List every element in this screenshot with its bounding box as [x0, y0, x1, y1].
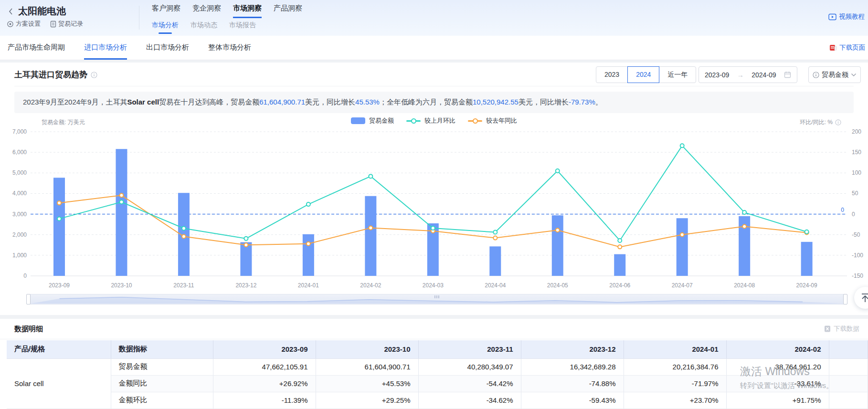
- point-较上月环比-2024-03[interactable]: [431, 226, 435, 230]
- datazoom-left-handle[interactable]: [26, 294, 31, 304]
- value-cell: 16,342,689.28: [521, 358, 624, 375]
- tab-competitor-insight[interactable]: 竞企洞察: [192, 4, 221, 18]
- left-axis-tick: 0: [23, 273, 27, 279]
- point-较去年同比-2023-09[interactable]: [57, 201, 61, 205]
- datazoom-grip[interactable]: [434, 295, 439, 298]
- nav-overall-analysis[interactable]: 整体市场分析: [208, 36, 251, 60]
- value-cell: +29.25%: [316, 392, 418, 409]
- tab-product-insight[interactable]: 产品洞察: [274, 4, 302, 18]
- point-较上月环比-2024-08[interactable]: [742, 210, 746, 214]
- year-2024-button[interactable]: 2024: [627, 66, 659, 83]
- point-较上月环比-2024-09[interactable]: [805, 230, 809, 234]
- left-axis-tick: 1,000: [12, 252, 27, 259]
- empty-cell: [829, 392, 868, 409]
- empty-cell: [829, 375, 868, 392]
- point-较去年同比-2024-06[interactable]: [618, 245, 622, 249]
- point-较上月环比-2024-05[interactable]: [556, 169, 560, 173]
- trend-chart[interactable]: 7,0006,0005,0004,0003,0002,0001,00002001…: [0, 63, 868, 315]
- bar-2023-09[interactable]: [53, 178, 65, 276]
- nav-export-analysis[interactable]: 出口市场分析: [146, 36, 189, 60]
- document-icon: [50, 21, 56, 28]
- value-cell: -33.61%: [726, 375, 829, 392]
- table-row: Solar cell贸易金额47,662,105.9161,604,900.71…: [7, 358, 868, 375]
- video-tutorial-link[interactable]: 视频教程: [828, 12, 865, 21]
- page-title: 太阳能电池: [18, 5, 66, 18]
- point-较去年同比-2024-07[interactable]: [680, 233, 684, 237]
- col-header-month: 2023-12: [521, 340, 624, 358]
- nav-import-analysis[interactable]: 进口市场分析: [84, 36, 127, 60]
- value-cell: -54.42%: [418, 375, 521, 392]
- value-cell: -59.43%: [521, 392, 624, 409]
- target-icon: [7, 21, 14, 28]
- subtab-market-dynamics[interactable]: 市场动态: [191, 21, 217, 34]
- datazoom-slider[interactable]: [26, 294, 847, 304]
- point-较上月环比-2024-02[interactable]: [369, 174, 372, 178]
- value-cell: 47,662,105.91: [213, 358, 316, 375]
- point-较去年同比-2024-02[interactable]: [369, 226, 372, 230]
- point-较去年同比-2024-05[interactable]: [556, 228, 560, 232]
- tab-market-insight[interactable]: 市场洞察: [233, 4, 262, 18]
- tab-customer-insight[interactable]: 客户洞察: [152, 4, 180, 18]
- col-header-month: 2023-10: [316, 340, 418, 358]
- value-cell: +91.75%: [726, 392, 829, 409]
- point-较上月环比-2024-01[interactable]: [307, 202, 310, 206]
- point-较上月环比-2024-06[interactable]: [618, 239, 622, 242]
- back-chevron-icon[interactable]: [8, 8, 14, 15]
- point-较上月环比-2023-09[interactable]: [57, 217, 61, 220]
- point-较去年同比-2023-11[interactable]: [182, 235, 186, 239]
- empty-cell: [829, 358, 868, 375]
- value-cell: +23.70%: [624, 392, 726, 409]
- bar-2023-10[interactable]: [116, 149, 127, 276]
- x-axis-label: 2024-09: [796, 282, 817, 289]
- x-axis-label: 2024-07: [672, 282, 693, 289]
- plan-settings-link[interactable]: 方案设置: [7, 20, 41, 28]
- x-axis-label: 2024-06: [609, 282, 630, 289]
- top-bar: 太阳能电池 方案设置 贸易记录 客户洞察 竞企洞察 市场洞察 产品洞察: [0, 0, 868, 36]
- right-axis-tick: 100: [852, 169, 861, 176]
- right-axis-tick: -100: [852, 252, 863, 259]
- trade-records-link[interactable]: 贸易记录: [50, 20, 83, 28]
- nav-product-lifecycle[interactable]: 产品市场生命周期: [8, 36, 65, 60]
- value-cell: -34.62%: [418, 392, 521, 409]
- bar-2024-09[interactable]: [801, 242, 813, 276]
- col-header-month: 2024-02: [726, 340, 829, 358]
- play-video-icon: [828, 13, 836, 21]
- right-axis-tick: 0: [852, 211, 855, 218]
- x-axis-label: 2024-04: [485, 282, 506, 289]
- left-axis-tick: 4,000: [12, 190, 27, 197]
- x-axis-label: 2024-01: [298, 282, 319, 289]
- bar-2024-06[interactable]: [614, 254, 625, 276]
- subtab-market-analysis[interactable]: 市场分析: [152, 21, 179, 34]
- right-axis-tick: -150: [852, 273, 863, 279]
- point-较去年同比-2024-08[interactable]: [742, 224, 746, 228]
- download-data-link[interactable]: 下载数据: [824, 319, 859, 339]
- col-header-indicator: 数据指标: [111, 340, 213, 358]
- bar-2024-01[interactable]: [303, 234, 314, 276]
- x-axis-label: 2024-05: [547, 282, 568, 289]
- point-较去年同比-2024-01[interactable]: [307, 242, 310, 246]
- point-较去年同比-2023-12[interactable]: [244, 243, 248, 247]
- point-较上月环比-2023-11[interactable]: [182, 226, 186, 230]
- point-较上月环比-2024-04[interactable]: [493, 231, 497, 234]
- left-axis-tick: 7,000: [12, 128, 27, 135]
- data-table: 产品/规格数据指标2023-092023-102023-112023-12202…: [7, 340, 868, 409]
- col-header-product: 产品/规格: [7, 340, 111, 358]
- download-page-link[interactable]: 下载页面: [829, 36, 865, 60]
- subtab-market-report[interactable]: 市场报告: [229, 21, 256, 34]
- x-axis-label: 2023-10: [111, 282, 132, 289]
- bar-2024-05[interactable]: [552, 215, 563, 276]
- point-较去年同比-2024-04[interactable]: [493, 236, 497, 240]
- col-header-empty: [829, 340, 868, 358]
- point-较上月环比-2023-10[interactable]: [119, 200, 123, 204]
- point-较去年同比-2023-10[interactable]: [119, 193, 123, 197]
- bar-2024-02[interactable]: [365, 196, 376, 276]
- header-divider: [139, 6, 139, 30]
- x-axis-label: 2023-12: [235, 282, 256, 289]
- bar-2024-04[interactable]: [489, 246, 501, 276]
- bar-2024-07[interactable]: [677, 218, 688, 276]
- point-较上月环比-2024-07[interactable]: [680, 144, 684, 147]
- import-trend-card: 土耳其进口贸易趋势 2023 2024 近一年 2023-09 → 2024-0…: [0, 63, 868, 315]
- value-cell: 38,764,961.20: [726, 358, 829, 375]
- point-较上月环比-2023-12[interactable]: [244, 237, 248, 241]
- datazoom-right-handle[interactable]: [843, 294, 847, 304]
